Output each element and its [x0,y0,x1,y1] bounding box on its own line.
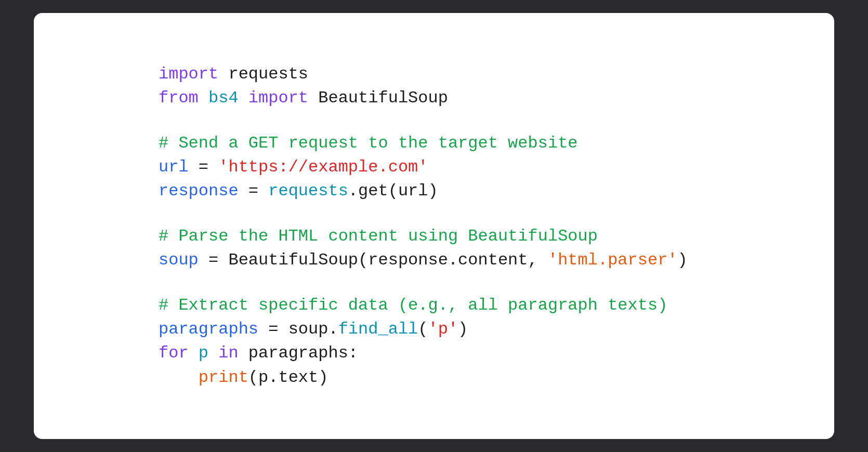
code-token: paragraphs [159,320,258,339]
code-token: # Send a GET request to the target websi… [159,134,578,153]
code-token: ) [458,320,468,339]
code-token: response [159,181,239,201]
code-token: ) [678,250,688,270]
code-token: import [248,88,308,108]
blank-line [159,204,793,224]
code-token: from [159,88,199,108]
code-token: soup [159,250,199,270]
code-token: for [159,343,189,363]
code-token: in [218,343,238,363]
code-token: ( [418,320,428,339]
code-token: 'p' [428,320,458,339]
code-token [159,368,199,387]
code-token: paragraphs: [239,343,358,363]
code-token: requests [268,181,348,201]
code-line: response = requests.get(url) [159,179,793,203]
code-token: requests [218,64,308,84]
code-line: print(p.text) [159,366,793,390]
code-block: import requestsfrom bs4 import Beautiful… [159,62,793,390]
code-token: find_all [338,320,418,339]
code-line: import requests [159,62,793,86]
code-line: url = 'https://example.com' [159,155,793,179]
blank-line [159,111,793,131]
code-token: p [189,343,219,363]
code-token: BeautifulSoup [308,88,448,108]
code-token: .get(url) [348,181,438,201]
code-token: 'html.parser' [548,250,678,270]
code-token: # Parse the HTML content using Beautiful… [159,227,598,246]
code-line: from bs4 import BeautifulSoup [159,86,793,110]
code-token: = [239,181,269,201]
code-line: # Extract specific data (e.g., all parag… [159,294,793,317]
code-line: # Send a GET request to the target websi… [159,131,793,155]
code-line: paragraphs = soup.find_all('p') [159,317,793,341]
code-line: for p in paragraphs: [159,341,793,365]
code-token: url [159,157,189,177]
code-line: # Parse the HTML content using Beautiful… [159,224,793,248]
code-token: 'https://example.com' [218,157,428,177]
code-token: # Extract specific data (e.g., all parag… [159,296,667,315]
code-card: import requestsfrom bs4 import Beautiful… [34,13,834,439]
code-token: = soup. [258,320,338,339]
code-token: import [159,64,218,84]
code-token: = [189,157,219,177]
code-token: bs4 [199,88,248,108]
blank-line [159,273,793,294]
code-token: = BeautifulSoup(response.content, [199,250,548,270]
code-token: print [199,368,248,387]
code-token: (p.text) [248,368,328,387]
code-line: soup = BeautifulSoup(response.content, '… [159,248,793,272]
